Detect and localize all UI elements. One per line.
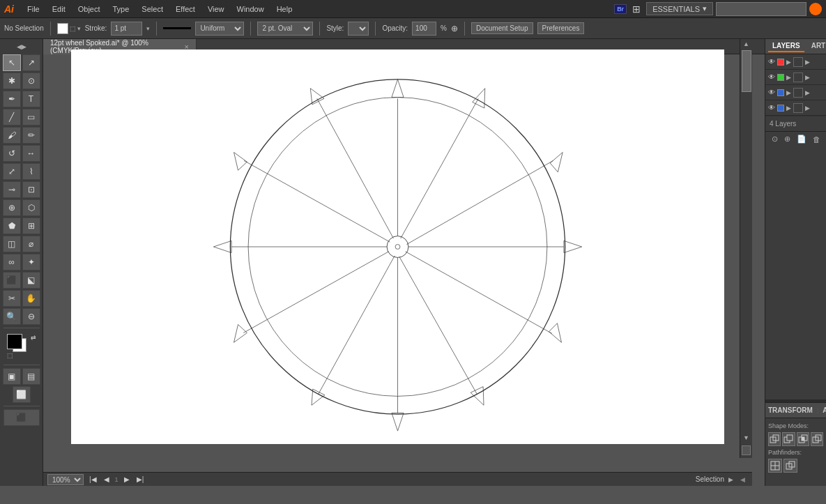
lasso-tool[interactable]: ⊙ [22, 72, 40, 89]
selection-tool[interactable]: ↖ [3, 54, 21, 71]
essentials-button[interactable]: ESSENTIALS ▾ [646, 2, 713, 15]
search-input[interactable] [716, 2, 806, 16]
layer-1-expand[interactable]: ▶ [786, 59, 791, 66]
screen-mode-button[interactable]: ⬛ [3, 409, 40, 426]
type-tool[interactable]: T [22, 91, 40, 107]
tab-transform[interactable]: TRANSFORM [768, 406, 813, 414]
menu-select[interactable]: Select [137, 3, 168, 15]
menu-object[interactable]: Object [73, 3, 105, 15]
layer-4-arrow[interactable]: ▶ [805, 105, 810, 112]
style-select[interactable] [348, 22, 369, 36]
layer-2-arrow[interactable]: ▶ [805, 74, 810, 81]
layer-2-expand[interactable]: ▶ [786, 74, 791, 81]
scroll-left-button[interactable]: ◀ [737, 476, 748, 483]
symbol-sprayer-tool[interactable]: ✦ [22, 254, 40, 270]
scale-tool[interactable]: ⤢ [3, 163, 21, 180]
layer-row-1[interactable]: 👁 ▶ ▶ [765, 54, 826, 70]
direct-selection-tool[interactable]: ↗ [22, 54, 40, 71]
gradient-tool[interactable]: ◫ [3, 236, 21, 252]
tab-artboard[interactable]: ART [807, 40, 826, 52]
nav-next-button[interactable]: ▶ [123, 475, 131, 483]
layer-1-visibility-icon[interactable]: 👁 [768, 58, 775, 66]
tab-align[interactable]: AL [823, 406, 826, 414]
fg-color-swatch[interactable] [7, 334, 22, 349]
opacity-input[interactable] [412, 22, 436, 36]
paintbrush-tool[interactable]: 🖌 [3, 127, 21, 144]
reflect-tool[interactable]: ↔ [22, 145, 40, 162]
intersect-button[interactable] [797, 432, 809, 446]
layer-2-visibility-icon[interactable]: 👁 [768, 73, 775, 81]
nav-prev-button[interactable]: ◀ [102, 475, 111, 483]
warp-tool[interactable]: ⌇ [22, 163, 40, 180]
fill-swatch[interactable] [57, 23, 68, 34]
zoom-out-tool[interactable]: ⊖ [22, 308, 40, 325]
trim-button[interactable] [783, 459, 797, 473]
artboard-tool[interactable]: ⬕ [22, 272, 40, 289]
make-clip-mask-button[interactable]: ⊙ [772, 135, 778, 144]
default-colors-icon[interactable]: ⬚ [7, 352, 13, 359]
gradient-button[interactable]: ▤ [22, 368, 40, 385]
none-button[interactable]: ⬜ [13, 386, 31, 403]
free-transform-tool[interactable]: ⊡ [22, 181, 40, 198]
live-paint-tool[interactable]: ⬡ [22, 199, 40, 216]
layer-3-visibility-icon[interactable]: 👁 [768, 89, 775, 96]
preferences-button[interactable]: Preferences [537, 22, 585, 34]
layer-1-arrow[interactable]: ▶ [805, 59, 810, 66]
mesh-tool[interactable]: ⊞ [22, 217, 40, 234]
width-tool[interactable]: ⊸ [3, 181, 21, 198]
brush-select[interactable]: 2 pt. Oval [257, 22, 313, 36]
uniform-select[interactable]: Uniform [195, 22, 244, 36]
perspective-tool[interactable]: ⬟ [3, 217, 21, 234]
blend-tool[interactable]: ∞ [3, 254, 21, 270]
nav-last-button[interactable]: ▶| [135, 475, 146, 483]
layer-row-4[interactable]: 👁 ▶ ▶ [765, 100, 826, 116]
zoom-tool[interactable]: 🔍 [3, 308, 21, 325]
stroke-value-input[interactable] [111, 22, 142, 36]
hand-tool[interactable]: ✋ [22, 290, 40, 307]
tab-layers[interactable]: LAYERS [768, 40, 804, 52]
shape-builder-tool[interactable]: ⊕ [3, 199, 21, 216]
minus-front-button[interactable] [782, 432, 795, 446]
slice-tool[interactable]: ✂ [3, 290, 21, 307]
menu-window[interactable]: Window [232, 3, 269, 15]
color-button[interactable]: ▣ [3, 368, 21, 385]
status-arrow[interactable]: ▶ [728, 476, 733, 483]
divide-button[interactable] [768, 459, 782, 473]
rect-tool[interactable]: ▭ [22, 109, 40, 125]
layer-4-expand[interactable]: ▶ [786, 105, 791, 112]
new-layer-button[interactable]: 📄 [797, 135, 806, 144]
layer-4-visibility-icon[interactable]: 👁 [768, 104, 775, 112]
panel-collapse[interactable]: ◀▶ [3, 42, 40, 52]
swap-colors-icon[interactable]: ⇄ [31, 334, 36, 341]
line-tool[interactable]: ╱ [3, 109, 21, 125]
menu-view[interactable]: View [203, 3, 229, 15]
scroll-down-button[interactable]: ▼ [740, 434, 752, 441]
pen-tool[interactable]: ✒ [3, 91, 21, 107]
opacity-options[interactable]: ⊕ [451, 24, 458, 33]
layer-row-2[interactable]: 👁 ▶ ▶ [765, 70, 826, 85]
zoom-select[interactable]: 100% [47, 474, 84, 485]
menu-effect[interactable]: Effect [171, 3, 200, 15]
layer-3-expand[interactable]: ▶ [786, 89, 791, 96]
layer-3-arrow[interactable]: ▶ [805, 89, 810, 96]
menu-help[interactable]: Help [272, 3, 298, 15]
magic-wand-tool[interactable]: ✱ [3, 72, 21, 89]
scroll-corner[interactable] [742, 445, 751, 455]
scrollbar-vertical[interactable]: ▲ ▼ [740, 39, 752, 458]
new-sublayer-button[interactable]: ⊕ [784, 135, 790, 144]
scroll-up-button[interactable]: ▲ [740, 39, 752, 49]
exclude-button[interactable] [811, 432, 823, 446]
layer-row-3[interactable]: 👁 ▶ ▶ [765, 85, 826, 100]
scroll-thumb-vertical[interactable] [742, 50, 751, 92]
page-field[interactable]: 1 [115, 476, 118, 483]
nav-first-button[interactable]: |◀ [88, 475, 98, 483]
menu-type[interactable]: Type [108, 3, 135, 15]
stroke-dropdown-arrow[interactable]: ▾ [146, 25, 150, 32]
menu-edit[interactable]: Edit [47, 3, 70, 15]
menu-file[interactable]: File [22, 3, 45, 15]
pencil-tool[interactable]: ✏ [22, 127, 40, 144]
column-graph-tool[interactable]: ⬛ [3, 272, 21, 289]
eyedropper-tool[interactable]: ⌀ [22, 236, 40, 252]
unite-button[interactable] [768, 432, 781, 446]
delete-layer-button[interactable]: 🗑 [813, 135, 820, 144]
